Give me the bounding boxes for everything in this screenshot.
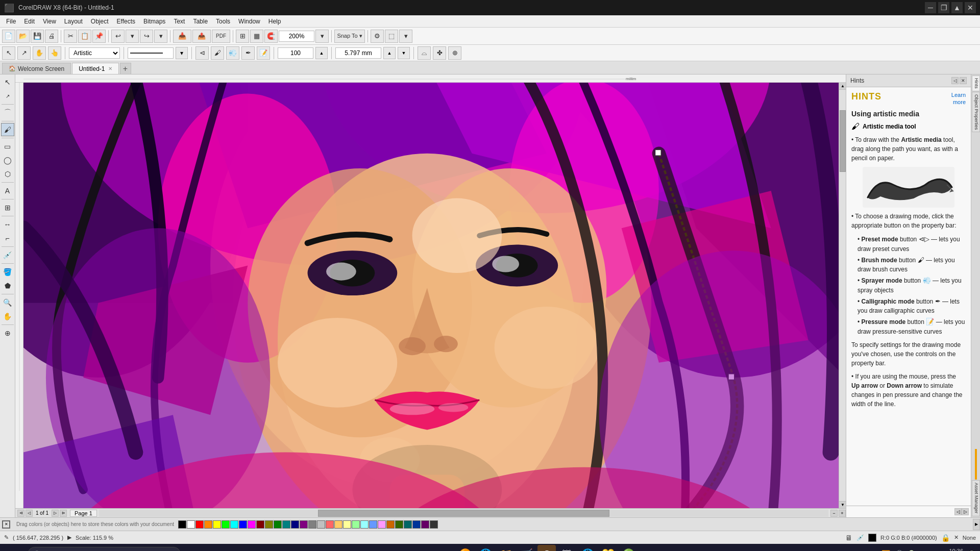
hints-tab-btn[interactable]: Hints xyxy=(972,76,980,91)
zoom-input[interactable] xyxy=(279,31,314,42)
menu-help[interactable]: Help xyxy=(264,17,285,26)
zoom-tool[interactable]: 🔍 xyxy=(1,296,14,309)
text-tool[interactable]: A xyxy=(1,184,14,197)
palette-light-yellow[interactable] xyxy=(343,520,351,529)
palette-cyan[interactable] xyxy=(230,520,238,529)
taskbar-store[interactable]: 🛒 xyxy=(517,545,535,551)
page-tab-1[interactable]: Page 1 xyxy=(70,510,97,517)
tab-welcome[interactable]: 🏠 Welcome Screen xyxy=(2,63,71,74)
palette-dark-green[interactable] xyxy=(395,520,403,529)
palette-red[interactable] xyxy=(195,520,204,529)
display-dropdown[interactable]: ▾ xyxy=(399,30,412,43)
transform-btn[interactable]: ✤ xyxy=(433,46,446,60)
add-node-btn[interactable]: ⊕ xyxy=(448,46,461,60)
palette-white[interactable] xyxy=(187,520,195,529)
polygon-tool[interactable]: ⬡ xyxy=(1,167,14,181)
palette-black[interactable] xyxy=(178,520,186,529)
preset-mode-btn[interactable]: ⊲ xyxy=(195,46,209,60)
menu-bitmaps[interactable]: Bitmaps xyxy=(139,17,169,26)
stroke-dropdown[interactable]: ▾ xyxy=(176,47,188,59)
edit-pencil-icon[interactable]: ✎ xyxy=(4,534,9,541)
taskbar-files[interactable]: 📁 xyxy=(497,545,515,551)
redo-button[interactable]: ↪ xyxy=(140,30,153,43)
ellipse-tool[interactable]: ◯ xyxy=(1,154,14,167)
palette-light-blue[interactable] xyxy=(369,520,377,529)
open-button[interactable]: 📂 xyxy=(16,30,30,43)
palette-light-magenta[interactable] xyxy=(378,520,386,529)
zoom-dropdown[interactable]: ▾ xyxy=(315,30,329,43)
palette-scroll-right[interactable]: ▶ xyxy=(973,519,980,530)
smooth-curves-btn[interactable]: ⌓ xyxy=(418,46,431,60)
brush-mode-btn[interactable]: 🖌 xyxy=(211,46,224,60)
smudge-btn[interactable]: 👆 xyxy=(48,46,61,60)
hints-scrollable[interactable]: HINTS Learn more Using artistic media 🖌 … xyxy=(846,87,971,506)
eyedropper-tool[interactable]: 💉 xyxy=(1,248,14,262)
snap-button[interactable]: 🧲 xyxy=(264,30,278,43)
pressure-mode-btn[interactable]: 📝 xyxy=(257,46,270,60)
search-bar[interactable]: 🔍 Search the web and Windows xyxy=(28,547,181,551)
vscroll-up-btn[interactable]: ▲ xyxy=(839,83,846,90)
display-button[interactable]: ⬚ xyxy=(385,30,398,43)
menu-object[interactable]: Object xyxy=(87,17,113,26)
minimize-button[interactable]: ─ xyxy=(925,2,936,13)
canvas-area[interactable]: ▲ ▼ xyxy=(23,83,846,508)
freehand-btn[interactable]: ✋ xyxy=(33,46,46,60)
tab-close-icon[interactable]: ✕ xyxy=(108,66,112,71)
dimension-tool[interactable]: ↔ xyxy=(1,218,14,231)
menu-effects[interactable]: Effects xyxy=(113,17,139,26)
smart-fill-tool[interactable]: ⬟ xyxy=(1,279,14,292)
menu-text[interactable]: Text xyxy=(169,17,189,26)
mm-up-btn[interactable]: ▲ xyxy=(383,47,396,59)
palette-maroon[interactable] xyxy=(256,520,264,529)
taskbar-app-orange[interactable]: 🟠 xyxy=(456,545,474,551)
palette-navy[interactable] xyxy=(291,520,299,529)
connector-tool[interactable]: ⌐ xyxy=(1,232,14,245)
tab-untitled[interactable]: Untitled-1 ✕ xyxy=(72,63,118,74)
menu-table[interactable]: Table xyxy=(189,17,212,26)
start-button[interactable]: ⊞ xyxy=(4,546,24,551)
palette-orange[interactable] xyxy=(204,520,212,529)
hints-float-btn[interactable]: ◁ xyxy=(951,77,959,84)
add-tab-button[interactable]: + xyxy=(120,63,131,74)
selection-tool-btn[interactable]: ↖ xyxy=(2,46,15,60)
palette-dark-purple[interactable] xyxy=(421,520,429,529)
redo-dropdown[interactable]: ▾ xyxy=(154,30,167,43)
sprayer-mode-btn[interactable]: 💨 xyxy=(226,46,239,60)
palette-light-red[interactable] xyxy=(326,520,334,529)
table-button[interactable]: ▦ xyxy=(250,30,263,43)
palette-dark-gray[interactable] xyxy=(430,520,438,529)
paste-button[interactable]: 📌 xyxy=(92,30,106,43)
palette-teal[interactable] xyxy=(282,520,290,529)
view-options-button[interactable]: ⊞ xyxy=(236,30,249,43)
add-tool[interactable]: ⊕ xyxy=(1,327,14,340)
asset-manager-tab-btn[interactable]: Asset Manager xyxy=(972,480,980,516)
no-fill-swatch[interactable]: ✕ xyxy=(2,520,10,529)
select-tool[interactable]: ↖ xyxy=(1,76,14,89)
menu-file[interactable]: File xyxy=(2,17,20,26)
undo-dropdown[interactable]: ▾ xyxy=(126,30,139,43)
cut-button[interactable]: ✂ xyxy=(64,30,77,43)
palette-yellow[interactable] xyxy=(213,520,221,529)
vertical-scrollbar[interactable]: ▲ ▼ xyxy=(839,83,846,508)
zoom-out-btn[interactable]: − xyxy=(830,510,838,517)
palette-green[interactable] xyxy=(274,520,282,529)
zoom-in-btn[interactable]: + xyxy=(839,510,846,517)
taskbar-app-yellow[interactable]: 💛 xyxy=(599,545,617,551)
palette-light-green[interactable] xyxy=(352,520,360,529)
first-page-btn[interactable]: ⊲ xyxy=(17,510,24,517)
palette-silver[interactable] xyxy=(317,520,325,529)
hscroll-track[interactable] xyxy=(99,510,828,517)
fill-tool[interactable]: 🪣 xyxy=(1,265,14,279)
snap-to-button[interactable]: Snap To ▾ xyxy=(334,30,365,43)
palette-brown[interactable] xyxy=(386,520,395,529)
size-up-btn[interactable]: ▲ xyxy=(315,47,328,59)
palette-light-cyan[interactable] xyxy=(360,520,369,529)
menu-window[interactable]: Window xyxy=(234,17,264,26)
taskbar-antivirus[interactable]: 🛡 xyxy=(558,545,576,551)
save-button[interactable]: 💾 xyxy=(31,30,44,43)
taskbar-mail[interactable]: ✉ xyxy=(435,545,454,551)
artistic-mode-dropdown[interactable]: Artistic Preset Brush Sprayer Calligraph… xyxy=(69,47,120,59)
calligraphic-mode-btn[interactable]: ✒ xyxy=(241,46,255,60)
palette-blue[interactable] xyxy=(239,520,247,529)
undo-button[interactable]: ↩ xyxy=(111,30,125,43)
